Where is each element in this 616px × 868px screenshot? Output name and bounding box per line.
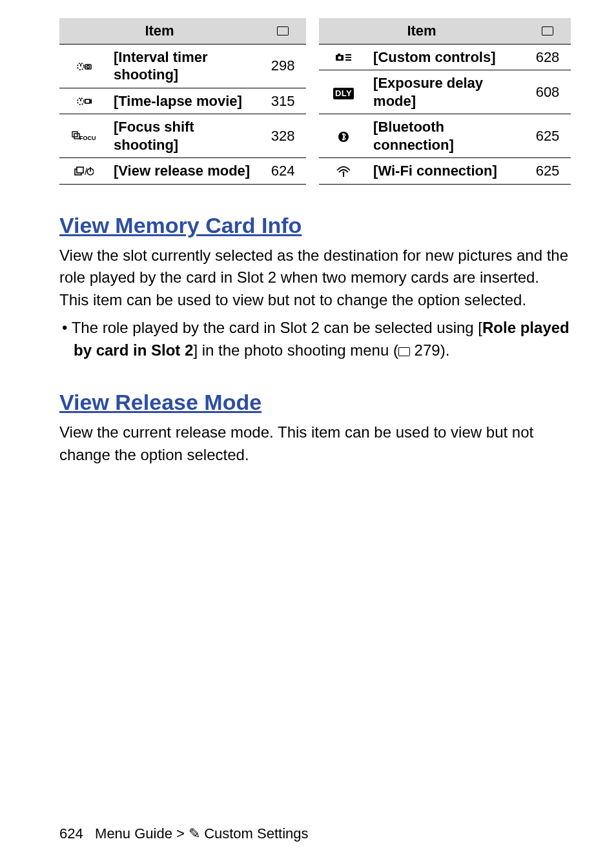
tables-container: Item [Interval timer shooting] 298 [Time… xyxy=(59,18,571,185)
exposure-delay-icon: DLY xyxy=(319,70,368,114)
custom-controls-icon xyxy=(319,44,368,70)
table-cell: [Time-lapse movie] xyxy=(108,88,260,114)
table-cell: 624 xyxy=(260,158,306,185)
table-cell: 298 xyxy=(260,44,306,88)
timelapse-icon xyxy=(59,88,108,114)
table-cell: 628 xyxy=(524,44,571,70)
book-icon xyxy=(542,26,553,35)
table-cell: 608 xyxy=(524,70,571,114)
table-cell: [Interval timer shooting] xyxy=(108,44,260,88)
item-table-left: Item [Interval timer shooting] 298 [Time… xyxy=(59,18,306,185)
svg-rect-15 xyxy=(345,54,351,56)
focus-shift-icon: FOCUS xyxy=(59,114,108,158)
table-header-item: Item xyxy=(319,18,524,44)
paragraph: View the current release mode. This item… xyxy=(59,421,571,467)
svg-point-19 xyxy=(343,171,345,173)
table-cell: 625 xyxy=(524,114,571,158)
heading-memory-card: View Memory Card Info xyxy=(59,213,571,238)
table-cell: [View release mode] xyxy=(108,158,260,185)
table-header-page-icon xyxy=(524,18,571,44)
svg-rect-4 xyxy=(85,99,90,103)
pencil-icon: ✎ xyxy=(189,825,200,842)
svg-rect-17 xyxy=(345,59,351,61)
svg-rect-6 xyxy=(74,134,79,139)
bluetooth-icon xyxy=(319,114,368,158)
svg-rect-9 xyxy=(77,167,83,173)
table-cell: 625 xyxy=(524,158,571,185)
svg-rect-16 xyxy=(345,57,351,58)
page-number: 624 xyxy=(59,825,83,842)
bullet-text: ] in the photo shooting menu ( xyxy=(193,341,398,359)
bullet-page-ref: 279). xyxy=(410,341,449,359)
dly-badge: DLY xyxy=(333,88,354,99)
table-header-page-icon xyxy=(260,18,306,44)
release-mode-icon: / xyxy=(59,158,108,185)
svg-point-2 xyxy=(87,66,90,68)
wifi-icon xyxy=(319,158,368,185)
breadcrumb: Custom Settings xyxy=(204,825,308,842)
bullet-text: • The role played by the card in Slot 2 … xyxy=(62,319,482,336)
book-icon xyxy=(398,347,410,356)
svg-point-13 xyxy=(338,56,342,59)
heading-release-mode: View Release Mode xyxy=(59,390,571,415)
interval-timer-icon xyxy=(59,44,108,88)
item-table-right: Item [Custom controls] 628 DLY [Exposure… xyxy=(319,18,571,185)
page-footer: 624 Menu Guide > ✎ Custom Settings xyxy=(59,825,309,842)
table-cell: [Exposure delay mode] xyxy=(368,70,524,114)
table-cell: 315 xyxy=(260,88,306,114)
table-cell: [Wi-Fi connection] xyxy=(368,158,524,185)
paragraph: View the slot currently selected as the … xyxy=(59,245,571,312)
table-cell: [Bluetooth connection] xyxy=(368,114,524,158)
breadcrumb: Menu Guide xyxy=(95,825,172,842)
bullet-item: • The role played by the card in Slot 2 … xyxy=(59,317,571,362)
table-cell: 328 xyxy=(260,114,306,158)
svg-rect-14 xyxy=(338,54,340,56)
book-icon xyxy=(277,26,289,35)
svg-rect-5 xyxy=(72,132,77,137)
table-cell: [Focus shift shooting] xyxy=(108,114,260,158)
svg-text:FOCUS: FOCUS xyxy=(79,135,96,141)
table-header-item: Item xyxy=(59,18,260,44)
table-cell: [Custom controls] xyxy=(368,44,524,70)
